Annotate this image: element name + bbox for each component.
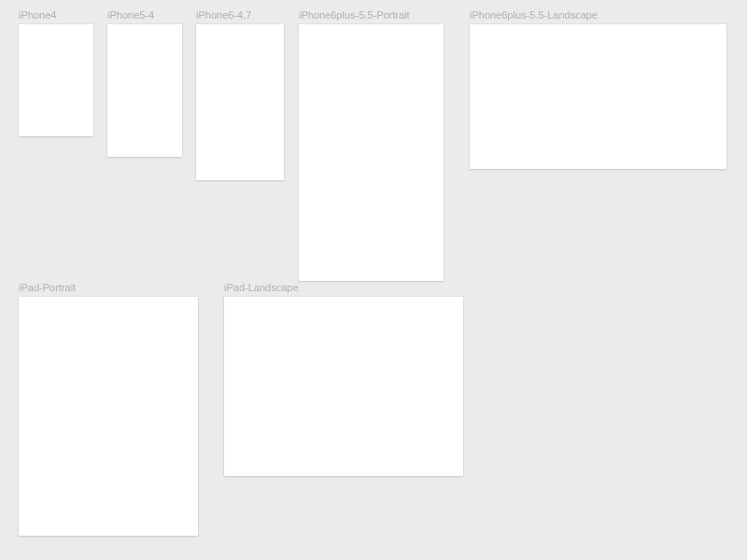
artboard-label[interactable]: iPhone5-4 [107,9,182,21]
artboard-label[interactable]: iPhone6-4.7 [196,9,284,21]
artboard-group-ipad-portrait[interactable]: iPad-Portrait [19,282,198,536]
artboard-group-iphone6plus-55-landscape[interactable]: iPhone6plus-5.5-Landscape [470,9,726,169]
artboard-canvas[interactable] [19,297,198,536]
artboard-group-iphone4[interactable]: iPhone4 [19,9,93,136]
artboard-canvas[interactable] [19,24,93,136]
artboard-canvas[interactable] [470,24,726,169]
artboard-group-iphone5-4[interactable]: iPhone5-4 [107,9,182,157]
artboard-label[interactable]: iPhone6plus-5.5-Landscape [470,9,726,21]
artboard-canvas[interactable] [299,24,444,281]
artboard-canvas[interactable] [107,24,182,157]
artboard-label[interactable]: iPad-Portrait [19,282,198,293]
artboard-group-iphone6-47[interactable]: iPhone6-4.7 [196,9,284,180]
artboard-label[interactable]: iPhone4 [19,9,93,21]
artboard-group-iphone6plus-55-portrait[interactable]: iPhone6plus-5.5-Portrait [299,9,444,281]
artboard-label[interactable]: iPhone6plus-5.5-Portrait [299,9,444,21]
artboard-canvas[interactable] [224,297,463,476]
artboard-label[interactable]: iPad-Landscape [224,282,463,293]
artboard-group-ipad-landscape[interactable]: iPad-Landscape [224,282,463,476]
artboard-canvas[interactable] [196,24,284,180]
